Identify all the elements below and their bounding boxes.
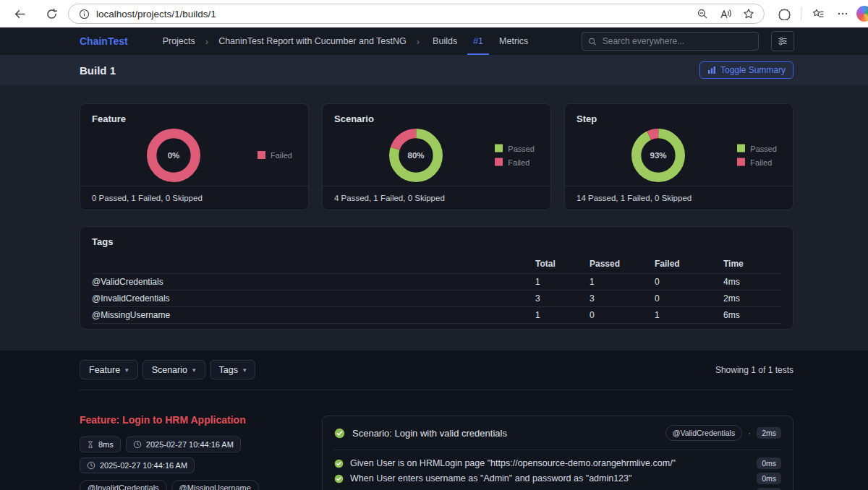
summary-section: Feature 0% Failed 0 Passed, 1 Failed, 0 … (0, 85, 868, 351)
feature-summary-card: Feature 0% Failed 0 Passed, 1 Failed, 0 … (80, 103, 309, 210)
more-menu-icon[interactable] (832, 3, 854, 25)
copilot-icon[interactable] (856, 6, 868, 22)
toolbar-divider (801, 7, 801, 20)
read-aloud-icon[interactable] (715, 3, 736, 25)
tab-metrics[interactable]: Metrics (496, 27, 531, 55)
feature-meta-badges: 8ms 2025-02-27 10:44:16 AM 2025-02-27 10… (80, 437, 311, 473)
col-tag (92, 254, 535, 274)
scenario-title: Scenario: Login with valid credentials (352, 428, 658, 439)
filter-row: Feature▾Scenario▾Tags▾ Showing 1 of 1 te… (80, 360, 793, 379)
card-footer-stats: 14 Passed, 1 Failed, 0 Skipped (565, 186, 793, 210)
tags-cell-total: 3 (535, 291, 590, 307)
favorites-bar-icon[interactable] (807, 3, 829, 25)
legend-item: Failed (495, 158, 535, 166)
scenario-donut-chart: 80% (387, 126, 445, 184)
step-summary-card: Step 93% PassedFailed 14 Passed, 1 Faile… (564, 103, 793, 210)
legend-label: Passed (750, 144, 777, 152)
app-nav: ChainTest Projects › ChaninTest Report w… (0, 27, 868, 55)
tags-cell-time: 6ms (723, 307, 781, 324)
duration-text: 8ms (98, 440, 114, 449)
toggle-summary-label: Toggle Summary (720, 65, 786, 75)
legend-label: Failed (508, 158, 529, 166)
browser-essentials-icon[interactable] (773, 3, 795, 25)
toggle-summary-button[interactable]: Toggle Summary (699, 61, 793, 79)
feature-tag-pill[interactable]: @InvalidCredentials (80, 480, 167, 490)
step-duration-badge: 0ms (757, 457, 781, 469)
tags-cell-failed: 0 (655, 291, 723, 307)
col-passed: Passed (590, 254, 655, 274)
tags-card: Tags Total Passed Failed Time @ValidCred… (80, 226, 793, 330)
zoom-out-icon[interactable] (692, 3, 713, 25)
favorite-star-icon[interactable] (738, 3, 760, 25)
col-failed: Failed (655, 254, 723, 274)
step-donut-chart: 93% (629, 126, 687, 184)
site-info-icon[interactable] (77, 3, 90, 25)
filter-feature-dropdown[interactable]: Feature▾ (80, 360, 138, 379)
scenario-summary-card: Scenario 80% PassedFailed 4 Passed, 1 Fa… (322, 103, 551, 210)
showing-count: Showing 1 of 1 tests (715, 365, 793, 375)
legend-item: Passed (495, 144, 535, 152)
card-title: Scenario (323, 104, 550, 124)
bar-chart-icon (707, 66, 716, 74)
chevron-right-icon: › (417, 36, 420, 47)
steps-list: Given User is on HRMLogin page "https://… (323, 450, 793, 490)
tags-cell-passed: 1 (590, 274, 655, 291)
legend-item: Passed (737, 144, 777, 152)
tags-cell-total: 1 (535, 274, 590, 291)
chevron-down-icon: ▾ (125, 366, 129, 374)
search-icon (588, 37, 597, 46)
tags-table-row: @InvalidCredentials3302ms (92, 291, 781, 307)
breadcrumb: Projects › ChaninTest Report with Cucumb… (163, 27, 532, 55)
scenario-header[interactable]: Scenario: Login with valid credentials @… (323, 416, 793, 450)
browser-toolbar: localhost/projects/1/builds/1 (0, 0, 868, 27)
start-time-badge: 2025-02-27 10:44:16 AM (126, 437, 241, 452)
card-title: Step (565, 104, 793, 124)
url-text[interactable]: localhost/projects/1/builds/1 (96, 9, 692, 20)
passed-check-icon (334, 428, 345, 439)
tags-card-title: Tags (80, 227, 793, 247)
step-text: When User enters username as "Admin" and… (350, 473, 750, 483)
tags-table-header: Total Passed Failed Time (92, 254, 781, 274)
legend-swatch (495, 145, 503, 152)
filter-tags-dropdown[interactable]: Tags▾ (210, 360, 256, 379)
hourglass-icon (87, 440, 94, 449)
tags-cell-failed: 1 (655, 307, 723, 324)
feature-title[interactable]: Feature: Login to HRM Application (80, 414, 311, 426)
feature-tag-pill[interactable]: @MissingUsername (171, 480, 259, 490)
refresh-icon[interactable] (41, 3, 62, 25)
scenario-tag-pill[interactable]: @ValidCredentials (665, 425, 742, 441)
card-title: Feature (80, 104, 308, 124)
step-duration-badge: 0ms (757, 473, 781, 484)
tab-build-1[interactable]: #1 (470, 27, 486, 55)
clock-icon (87, 461, 95, 470)
tab-builds[interactable]: Builds (430, 27, 460, 55)
scenario-duration-badge: 2ms (757, 427, 781, 439)
step-row: Given User is on HRMLogin page "https://… (334, 457, 781, 469)
chaintest-app: ChainTest Projects › ChaninTest Report w… (0, 27, 868, 490)
duration-badge: 8ms (80, 437, 121, 452)
breadcrumb-projects[interactable]: Projects (163, 36, 195, 46)
filter-scenario-dropdown[interactable]: Scenario▾ (142, 360, 205, 379)
donut-percent-label: 0% (145, 126, 203, 184)
donut-percent-label: 80% (387, 126, 445, 184)
tags-cell-failed: 0 (655, 274, 723, 291)
search-input[interactable] (601, 35, 752, 47)
clock-icon (133, 440, 142, 449)
breadcrumb-project-name[interactable]: ChaninTest Report with Cucumber and Test… (218, 36, 407, 46)
donut-percent-label: 93% (629, 126, 687, 184)
search-box[interactable] (582, 32, 759, 51)
back-icon[interactable] (9, 3, 30, 25)
tags-table-row: @ValidCredentials1104ms (92, 274, 781, 291)
filter-label: Tags (219, 365, 238, 375)
feature-detail: Feature: Login to HRM Application 8ms 20… (80, 390, 322, 490)
col-total: Total (535, 254, 590, 274)
legend-swatch (258, 151, 265, 159)
summary-cards: Feature 0% Failed 0 Passed, 1 Failed, 0 … (80, 103, 793, 210)
settings-sliders-icon[interactable] (771, 31, 794, 51)
brand-logo[interactable]: ChainTest (80, 35, 128, 47)
address-bar[interactable]: localhost/projects/1/builds/1 (68, 4, 765, 24)
end-time-badge: 2025-02-27 10:44:16 AM (80, 457, 195, 473)
legend-swatch (737, 145, 745, 152)
chart-legend: Failed (258, 151, 292, 160)
chevron-down-icon: ▾ (243, 366, 247, 374)
